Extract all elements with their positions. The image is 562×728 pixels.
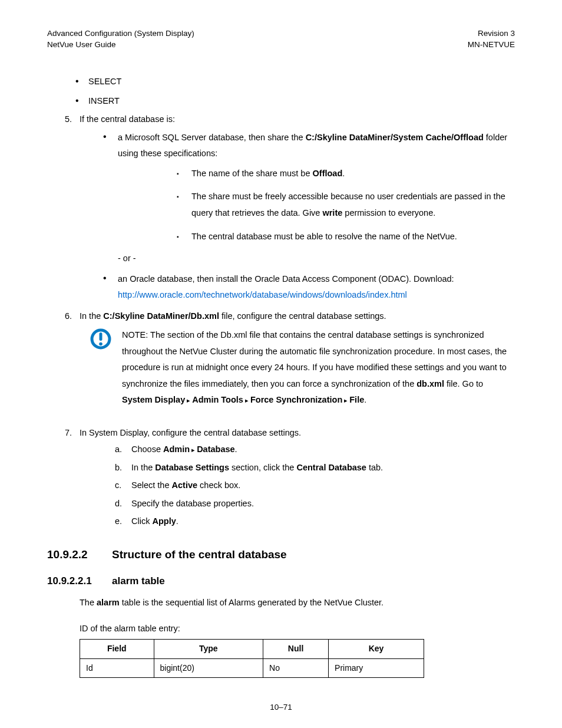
header-left: Advanced Configuration (System Display) …: [47, 28, 194, 51]
step-intro: If the central database is:: [80, 114, 175, 124]
substep-c: c.Select the Active check box.: [115, 479, 515, 492]
col-key: Key: [329, 639, 424, 658]
oracle-download-link[interactable]: http://www.oracle.com/technetwork/databa…: [118, 290, 407, 299]
header-right: Revision 3 MN-NETVUE: [468, 28, 515, 51]
svg-point-2: [99, 342, 103, 346]
or-separator: - or -: [118, 252, 515, 265]
col-null: Null: [263, 639, 329, 658]
alarm-intro: The alarm table is the sequential list o…: [80, 596, 515, 610]
option-sqlserver: a Microsoft SQL Server database, then sh…: [103, 130, 515, 265]
spec-item: The share must be freely accessible beca…: [177, 189, 515, 221]
step7-substeps: a.Choose Admin▸Database. b.In the Databa…: [80, 443, 515, 528]
subsection-number: 10.9.2.2.1: [47, 574, 112, 589]
table-header-row: Field Type Null Key: [80, 639, 424, 658]
substep-a: a.Choose Admin▸Database.: [115, 443, 515, 456]
step-number: 7.: [65, 426, 72, 439]
header-section-title: Advanced Configuration (System Display): [47, 28, 194, 39]
note-block: NOTE: The section of the Db.xml file tha…: [80, 327, 515, 409]
substep-b: b.In the Database Settings section, clic…: [115, 461, 515, 474]
col-field: Field: [80, 639, 154, 658]
arrow-icon: ▸: [191, 446, 195, 453]
permission-list: SELECT INSERT: [47, 74, 515, 108]
spec-item: The name of the share must be Offload.: [177, 166, 515, 182]
substep-d: d.Specify the database properties.: [115, 497, 515, 510]
sqlserver-specs: The name of the share must be Offload. T…: [118, 166, 515, 245]
table-row: Id bigint(20) No Primary: [80, 658, 424, 678]
steps-list: 5. If the central database is: a Microso…: [47, 113, 515, 528]
spec-item: The central database must be able to res…: [177, 229, 515, 245]
section-heading: 10.9.2.2 Structure of the central databa…: [47, 546, 515, 563]
arrow-icon: ▸: [245, 397, 249, 404]
page-header: Advanced Configuration (System Display) …: [47, 28, 515, 51]
step5-options: a Microsoft SQL Server database, then sh…: [80, 130, 515, 304]
subsection-heading: 10.9.2.2.1 alarm table: [47, 574, 515, 589]
svg-rect-1: [100, 332, 103, 341]
section-title: Structure of the central database: [112, 546, 287, 563]
step-7: 7. In System Display, configure the cent…: [65, 426, 515, 528]
arrow-icon: ▸: [187, 397, 190, 404]
alarm-id-table: Field Type Null Key Id bigint(20) No Pri…: [80, 639, 424, 678]
subsection-title: alarm table: [112, 574, 165, 589]
page-number: 10–71: [47, 701, 515, 714]
col-type: Type: [154, 639, 263, 658]
step-5: 5. If the central database is: a Microso…: [65, 113, 515, 303]
step-number: 6.: [65, 309, 72, 322]
step-number: 5.: [65, 113, 72, 126]
note-text: NOTE: The section of the Db.xml file tha…: [122, 327, 515, 409]
option-oracle: an Oracle database, then install the Ora…: [103, 271, 515, 304]
list-item: SELECT: [88, 74, 515, 89]
substep-e: e.Click Apply.: [115, 515, 515, 528]
info-icon: [90, 328, 111, 350]
header-doc-code: MN-NETVUE: [468, 39, 515, 51]
step-6: 6. In the C:/Skyline DataMiner/Db.xml fi…: [65, 309, 515, 409]
list-item: INSERT: [88, 94, 515, 108]
section-number: 10.9.2.2: [47, 546, 112, 563]
header-revision: Revision 3: [468, 28, 515, 39]
header-doc-title: NetVue User Guide: [47, 39, 194, 51]
arrow-icon: ▸: [344, 397, 348, 404]
alarm-id-caption: ID of the alarm table entry:: [80, 622, 515, 635]
